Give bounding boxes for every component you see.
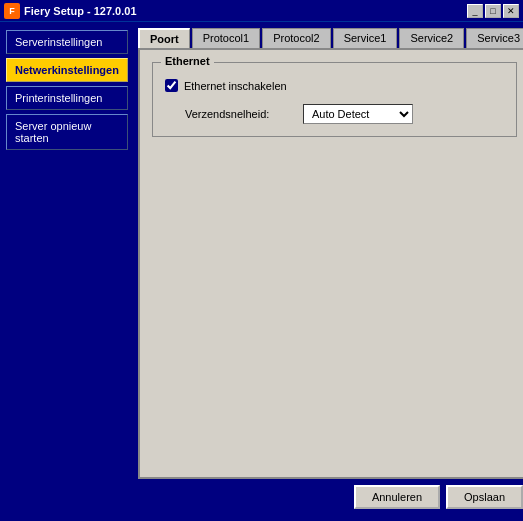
main-layout: ServerinstellingenNetwerkinstellingenPri… <box>0 22 523 521</box>
bottom-bar: Annuleren Opslaan <box>138 479 523 513</box>
app-icon: F <box>4 3 20 19</box>
speed-label: Verzendsnelheid: <box>185 108 295 120</box>
save-button[interactable]: Opslaan <box>446 485 523 509</box>
speed-row: Verzendsnelheid: Auto Detect10 Mbps100 M… <box>185 104 504 124</box>
title-bar-left: F Fiery Setup - 127.0.01 <box>4 3 137 19</box>
speed-select[interactable]: Auto Detect10 Mbps100 Mbps1 Gbps <box>303 104 413 124</box>
window-title: Fiery Setup - 127.0.01 <box>24 5 137 17</box>
content-area: PoortProtocol1Protocol2Service1Service2S… <box>134 22 523 521</box>
tab-protocol1[interactable]: Protocol1 <box>192 28 260 48</box>
close-button[interactable]: ✕ <box>503 4 519 18</box>
tab-service3[interactable]: Service3 <box>466 28 523 48</box>
sidebar-btn-serverinstellingen[interactable]: Serverinstellingen <box>6 30 128 54</box>
cancel-button[interactable]: Annuleren <box>354 485 440 509</box>
ethernet-checkbox[interactable] <box>165 79 178 92</box>
ethernet-checkbox-row: Ethernet inschakelen <box>165 79 504 92</box>
sidebar: ServerinstellingenNetwerkinstellingenPri… <box>0 22 134 521</box>
tab-poort[interactable]: Poort <box>138 28 190 48</box>
sidebar-btn-netwerkinstellingen[interactable]: Netwerkinstellingen <box>6 58 128 82</box>
tab-panel: Ethernet Ethernet inschakelen Verzendsne… <box>138 48 523 479</box>
sidebar-btn-server-opnieuw-starten[interactable]: Server opnieuw starten <box>6 114 128 150</box>
window-controls: _ □ ✕ <box>467 4 519 18</box>
tab-service1[interactable]: Service1 <box>333 28 398 48</box>
tab-service2[interactable]: Service2 <box>399 28 464 48</box>
tab-protocol2[interactable]: Protocol2 <box>262 28 330 48</box>
sidebar-btn-printerinstellingen[interactable]: Printerinstellingen <box>6 86 128 110</box>
title-bar: F Fiery Setup - 127.0.01 _ □ ✕ <box>0 0 523 22</box>
minimize-button[interactable]: _ <box>467 4 483 18</box>
ethernet-checkbox-label: Ethernet inschakelen <box>184 80 287 92</box>
maximize-button[interactable]: □ <box>485 4 501 18</box>
tab-bar: PoortProtocol1Protocol2Service1Service2S… <box>138 28 523 48</box>
ethernet-group-title: Ethernet <box>161 55 214 67</box>
ethernet-group: Ethernet Ethernet inschakelen Verzendsne… <box>152 62 517 137</box>
